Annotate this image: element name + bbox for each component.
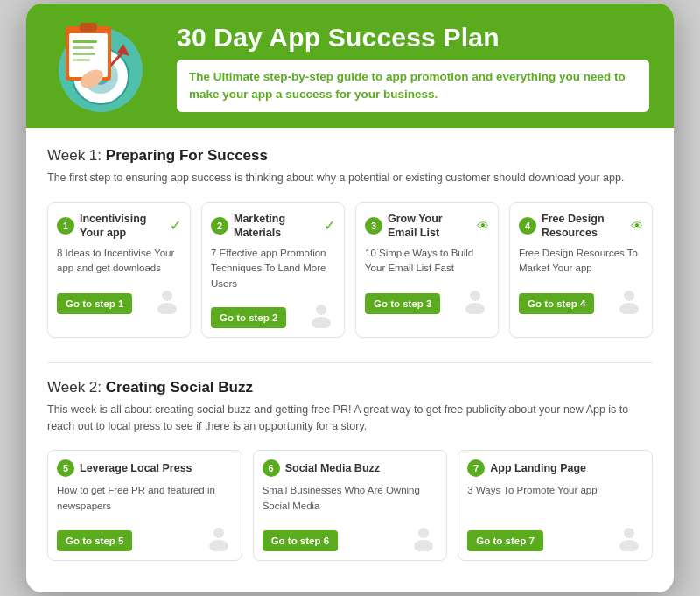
week2-steps-grid: 5 Leverage Local Press How to get Free P… — [47, 450, 653, 561]
content: Week 1: Preparing For Success The first … — [26, 128, 674, 593]
header-subtitle-box: The Ultimate step-by-step guide to app p… — [177, 60, 649, 113]
week2-step-card-1: 5 Leverage Local Press How to get Free P… — [47, 450, 242, 561]
week-separator — [47, 362, 653, 363]
avatar-icon — [615, 523, 643, 551]
svg-rect-8 — [80, 23, 97, 32]
step-header: 3 Grow Your Email List 👁 — [365, 212, 489, 241]
week2-section: Week 2: Creating Social Buzz This week i… — [47, 379, 653, 562]
step-desc: 10 Simple Ways to Build Your Email List … — [365, 246, 489, 277]
week2-title: Week 2: Creating Social Buzz — [47, 379, 653, 396]
step-number: 4 — [519, 217, 536, 235]
svg-rect-9 — [73, 40, 97, 43]
avatar-icon — [205, 523, 233, 551]
step-desc: 8 Ideas to Incentivise Your app and get … — [57, 246, 181, 277]
svg-point-17 — [316, 305, 326, 315]
step-desc: How to get Free PR and featured in newsp… — [57, 483, 233, 515]
step-header: 4 Free Design Resources 👁 — [519, 212, 643, 241]
week1-steps-grid: 1 Incentivising Your app ✓ 8 Ideas to In… — [47, 202, 653, 338]
week2-desc: This week is all about creating social b… — [47, 402, 653, 435]
step-footer: Go to step 2 — [211, 300, 335, 328]
step-title: Marketing Materials — [234, 212, 320, 241]
step-header: 6 Social Media Buzz — [262, 459, 438, 477]
week1-section: Week 1: Preparing For Success The first … — [47, 147, 653, 338]
svg-point-28 — [620, 540, 639, 551]
step-btn-1[interactable]: Go to step 1 — [57, 293, 132, 314]
svg-point-27 — [624, 528, 634, 538]
step-footer: Go to step 4 — [519, 286, 643, 314]
week1-step-card-1: 1 Incentivising Your app ✓ 8 Ideas to In… — [47, 202, 191, 338]
svg-point-23 — [214, 528, 224, 538]
week1-desc: The first step to ensuring app success i… — [47, 170, 653, 186]
avatar-icon — [153, 286, 181, 314]
step-title: Leverage Local Press — [80, 461, 233, 475]
header-icon — [42, 19, 156, 116]
step-footer: Go to step 6 — [262, 523, 438, 551]
svg-rect-10 — [73, 46, 94, 49]
header-title: 30 Day App Success Plan — [177, 23, 649, 53]
step-desc: Free Design Resources To Market Your app — [519, 246, 643, 277]
step-btn-4[interactable]: Go to step 4 — [519, 293, 594, 314]
step-footer: Go to step 5 — [57, 523, 233, 551]
step-desc: 7 Effective app Promotion Techniques To … — [211, 246, 335, 291]
svg-point-26 — [414, 540, 433, 551]
step-header: 7 App Landing Page — [467, 459, 643, 477]
step-header: 2 Marketing Materials ✓ — [211, 212, 335, 241]
step-title: Social Media Buzz — [285, 461, 438, 475]
header: 30 Day App Success Plan The Ultimate ste… — [26, 4, 674, 128]
step-header: 5 Leverage Local Press — [57, 459, 233, 477]
step-title: Free Design Resources — [542, 212, 627, 241]
step-btn-3[interactable]: Go to step 3 — [365, 293, 440, 314]
svg-point-15 — [162, 291, 172, 301]
step-footer: Go to step 7 — [467, 523, 643, 551]
eye-icon: 👁 — [477, 219, 489, 233]
week1-step-card-4: 4 Free Design Resources 👁 Free Design Re… — [509, 202, 653, 338]
step-title: Incentivising Your app — [80, 212, 166, 241]
week1-step-card-3: 3 Grow Your Email List 👁 10 Simple Ways … — [355, 202, 499, 338]
avatar-icon — [461, 286, 489, 314]
step-btn-w2-2[interactable]: Go to step 6 — [262, 530, 338, 551]
step-header: 1 Incentivising Your app ✓ — [57, 212, 181, 241]
header-text: 30 Day App Success Plan The Ultimate ste… — [177, 23, 649, 113]
svg-point-24 — [209, 540, 228, 551]
svg-point-16 — [158, 303, 177, 314]
week1-title: Week 1: Preparing For Success — [47, 147, 653, 165]
svg-point-18 — [312, 317, 331, 328]
svg-rect-12 — [73, 59, 90, 61]
step-footer: Go to step 1 — [57, 286, 181, 314]
step-number: 7 — [467, 459, 485, 477]
check-icon: ✓ — [170, 217, 181, 234]
check-icon: ✓ — [324, 217, 335, 234]
step-title: App Landing Page — [490, 461, 643, 475]
step-number: 6 — [262, 459, 280, 477]
step-desc: 3 Ways To Promote Your app — [467, 483, 643, 515]
device-frame: 30 Day App Success Plan The Ultimate ste… — [26, 4, 674, 593]
step-number: 2 — [211, 217, 228, 235]
svg-rect-11 — [73, 53, 95, 55]
svg-point-19 — [470, 291, 480, 301]
week2-step-card-2: 6 Social Media Buzz Small Businesses Who… — [253, 450, 448, 561]
avatar-icon — [615, 286, 643, 314]
eye-icon: 👁 — [631, 219, 643, 233]
step-number: 1 — [57, 217, 74, 235]
header-subtitle: The Ultimate step-by-step guide to app p… — [189, 68, 637, 104]
avatar-icon — [410, 523, 438, 551]
svg-point-22 — [620, 303, 639, 314]
svg-point-20 — [466, 303, 485, 314]
step-number: 3 — [365, 217, 382, 235]
step-number: 5 — [57, 459, 74, 477]
step-title: Grow Your Email List — [388, 212, 473, 241]
week1-step-card-2: 2 Marketing Materials ✓ 7 Effective app … — [201, 202, 345, 338]
week2-step-card-3: 7 App Landing Page 3 Ways To Promote You… — [458, 450, 653, 561]
svg-point-21 — [624, 291, 634, 301]
step-btn-w2-3[interactable]: Go to step 7 — [467, 530, 542, 551]
svg-point-25 — [418, 528, 429, 538]
step-desc: Small Businesses Who Are Owning Social M… — [262, 483, 438, 515]
step-btn-w2-1[interactable]: Go to step 5 — [57, 530, 132, 551]
step-footer: Go to step 3 — [365, 286, 489, 314]
step-btn-2[interactable]: Go to step 2 — [211, 307, 286, 328]
avatar-icon — [307, 300, 335, 328]
